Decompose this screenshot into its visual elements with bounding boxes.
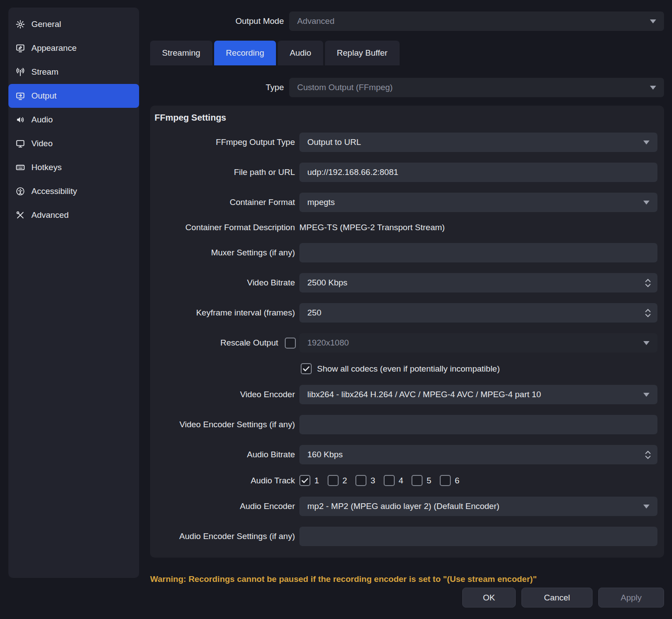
sidebar-item-general[interactable]: General	[8, 12, 139, 36]
spin-down-button[interactable]	[645, 456, 651, 459]
ok-button[interactable]: OK	[462, 588, 516, 608]
recording-type-label: Type	[150, 83, 284, 92]
output-mode-select[interactable]: Advanced	[289, 11, 664, 31]
audio-track-4-checkbox[interactable]	[384, 475, 395, 486]
dialog-footer: OK Cancel Apply	[462, 588, 664, 608]
video-encoder-row: Video Encoder libx264 - libx264 H.264 / …	[150, 385, 657, 404]
container-format-select[interactable]: mpegts	[299, 193, 657, 212]
spin-up-button[interactable]	[645, 451, 651, 454]
audio-track-checkboxes: 1 2 3 4 5	[299, 475, 468, 486]
chevron-down-icon	[643, 201, 649, 205]
sidebar-item-stream[interactable]: Stream	[8, 60, 139, 84]
spin-down-button[interactable]	[645, 314, 651, 317]
gear-icon	[15, 19, 25, 29]
show-all-codecs-checkbox[interactable]	[301, 363, 312, 374]
settings-sidebar: General Appearance Stream Output Audio	[8, 8, 139, 578]
video-bitrate-row: Video Bitrate 2500 Kbps	[150, 273, 657, 292]
sidebar-item-video[interactable]: Video	[8, 132, 139, 156]
sidebar-item-hotkeys[interactable]: Hotkeys	[8, 156, 139, 179]
accessibility-icon	[15, 186, 25, 196]
sidebar-item-label: Audio	[31, 115, 53, 125]
tab-streaming[interactable]: Streaming	[150, 41, 212, 65]
sidebar-item-advanced[interactable]: Advanced	[8, 203, 139, 227]
ffmpeg-output-type-row: FFmpeg Output Type Output to URL	[150, 133, 657, 152]
chevron-down-icon	[643, 393, 649, 397]
spin-up-button[interactable]	[645, 279, 651, 282]
show-all-codecs-row: Show all codecs (even if potentially inc…	[301, 363, 657, 374]
container-format-description-value: MPEG-TS (MPEG-2 Transport Stream)	[299, 223, 445, 232]
muxer-settings-field-wrap	[299, 243, 657, 262]
sidebar-item-label: Hotkeys	[31, 163, 62, 172]
audio-encoder-select[interactable]: mp2 - MP2 (MPEG audio layer 2) (Default …	[299, 497, 657, 516]
video-encoder-settings-input[interactable]	[307, 420, 649, 429]
apply-button[interactable]: Apply	[598, 588, 664, 608]
recording-type-select[interactable]: Custom Output (FFmpeg)	[289, 78, 664, 97]
rescale-resolution-select[interactable]: 1920x1080	[299, 333, 657, 353]
keyboard-icon	[15, 163, 25, 172]
video-icon	[15, 139, 25, 148]
audio-track-1-checkbox[interactable]	[299, 475, 310, 486]
file-path-input[interactable]	[307, 167, 649, 177]
audio-track-5-checkbox[interactable]	[412, 475, 423, 486]
output-tabs: Streaming Recording Audio Replay Buffer	[150, 41, 664, 65]
output-mode-label: Output Mode	[150, 16, 284, 26]
chevron-down-icon	[643, 141, 649, 144]
video-encoder-select[interactable]: libx264 - libx264 H.264 / AVC / MPEG-4 A…	[299, 385, 657, 404]
panel-title: FFmpeg Settings	[155, 113, 657, 123]
container-format-row: Container Format mpegts	[150, 193, 657, 212]
settings-window: General Appearance Stream Output Audio	[0, 0, 672, 619]
recording-type-value: Custom Output (FFmpeg)	[297, 83, 393, 92]
chevron-down-icon	[650, 19, 656, 23]
output-mode-value: Advanced	[297, 16, 335, 26]
audio-encoder-settings-row: Audio Encoder Settings (if any)	[150, 527, 657, 546]
audio-encoder-row: Audio Encoder mp2 - MP2 (MPEG audio laye…	[150, 497, 657, 516]
sidebar-item-label: Video	[31, 139, 53, 148]
sidebar-item-label: Stream	[31, 67, 58, 77]
appearance-icon	[15, 43, 25, 53]
advanced-icon	[15, 210, 25, 220]
audio-track-2-checkbox[interactable]	[328, 475, 339, 486]
audio-track-5: 5	[412, 475, 431, 486]
rescale-output-checkbox[interactable]	[285, 338, 296, 349]
container-format-description-row: Container Format Description MPEG-TS (MP…	[150, 223, 657, 232]
tab-recording[interactable]: Recording	[214, 41, 276, 65]
audio-track-2: 2	[328, 475, 347, 486]
sidebar-item-audio[interactable]: Audio	[8, 108, 139, 132]
chevron-down-icon	[643, 341, 649, 345]
chevron-down-icon	[650, 86, 656, 90]
audio-encoder-settings-field-wrap	[299, 527, 657, 546]
audio-icon	[15, 115, 25, 125]
sidebar-item-accessibility[interactable]: Accessibility	[8, 179, 139, 203]
spin-up-button[interactable]	[645, 309, 651, 312]
video-bitrate-spinner[interactable]: 2500 Kbps	[299, 273, 657, 292]
recording-type-row: Type Custom Output (FFmpeg)	[150, 78, 664, 97]
keyframe-interval-row: Keyframe interval (frames) 250	[150, 303, 657, 323]
video-encoder-settings-field-wrap	[299, 415, 657, 434]
tab-audio[interactable]: Audio	[278, 41, 323, 65]
muxer-settings-row: Muxer Settings (if any)	[150, 243, 657, 262]
warning-text: Warning: Recordings cannot be paused if …	[150, 574, 664, 584]
audio-track-row: Audio Track 1 2 3	[150, 475, 657, 486]
tab-replay-buffer[interactable]: Replay Buffer	[325, 41, 400, 65]
audio-track-4: 4	[384, 475, 404, 486]
file-path-field-wrap	[299, 163, 657, 182]
rescale-output-row: Rescale Output 1920x1080	[150, 333, 657, 353]
keyframe-interval-spinner[interactable]: 250	[299, 303, 657, 323]
sidebar-item-label: Advanced	[31, 210, 69, 220]
ffmpeg-output-type-select[interactable]: Output to URL	[299, 133, 657, 152]
audio-encoder-settings-input[interactable]	[307, 532, 649, 541]
cancel-button[interactable]: Cancel	[521, 588, 593, 608]
audio-track-6-checkbox[interactable]	[440, 475, 451, 486]
spin-down-button[interactable]	[645, 284, 651, 287]
output-icon	[15, 91, 25, 101]
audio-bitrate-spinner[interactable]: 160 Kbps	[299, 445, 657, 464]
stream-icon	[15, 67, 25, 77]
sidebar-item-label: General	[31, 19, 61, 29]
muxer-settings-input[interactable]	[307, 248, 649, 258]
sidebar-item-output[interactable]: Output	[8, 84, 139, 108]
sidebar-item-appearance[interactable]: Appearance	[8, 36, 139, 60]
sidebar-item-label: Accessibility	[31, 186, 77, 196]
audio-track-3: 3	[355, 475, 375, 486]
chevron-down-icon	[643, 505, 649, 509]
audio-track-3-checkbox[interactable]	[355, 475, 366, 486]
